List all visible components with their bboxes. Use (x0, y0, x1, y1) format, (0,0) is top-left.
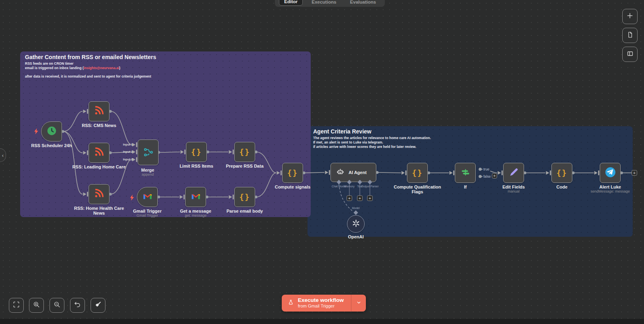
execute-options-dropdown-button[interactable] (351, 295, 366, 312)
rss-icon (94, 105, 104, 117)
group-desc-line: email is triggered on inbox landing (ins… (25, 66, 120, 70)
undo-button[interactable] (70, 298, 85, 313)
zoom-to-fit-button[interactable] (9, 298, 24, 313)
zoom-out-icon (53, 301, 61, 310)
node-openai-model[interactable] (347, 215, 365, 233)
undo-icon (74, 301, 81, 310)
node-label: Gmail Trigger (133, 209, 162, 213)
broom-icon (94, 301, 102, 310)
port-label: Output Parser (361, 185, 379, 188)
code-icon: {} (287, 168, 298, 177)
add-output-parser-button[interactable]: + (367, 195, 373, 201)
node-prepare-rss-data[interactable]: {} (234, 142, 255, 162)
group-desc-line: The agent reviews the articles for relev… (313, 136, 431, 140)
robot-icon (336, 167, 345, 178)
node-subtitle: append (142, 172, 154, 176)
zoom-in-icon (33, 301, 40, 310)
group-desc-line: if articles arrive with lower scores the… (313, 145, 416, 149)
node-compute-qualification-flags[interactable]: {} (407, 163, 428, 183)
node-label: RSS: Leading Home Care (72, 164, 126, 169)
group-title: Agent Criteria Review (313, 128, 372, 135)
node-subtitle: get: message (185, 213, 206, 217)
tidy-workflow-button[interactable] (91, 298, 105, 313)
node-rss-cms-news[interactable] (89, 101, 109, 121)
plus-icon: + (633, 171, 636, 175)
signpost-icon (460, 167, 471, 179)
clock-icon (46, 125, 57, 138)
node-ai-agent[interactable]: AI Agent (330, 163, 376, 182)
toggle-panel-button[interactable] (622, 47, 638, 62)
group-desc-line: after data is received, it is normalized… (25, 74, 151, 78)
node-label: RSS Scheduler 24h (31, 143, 72, 148)
rss-icon (94, 188, 104, 200)
node-subtitle: sendMessage: message (590, 189, 630, 193)
code-icon: {} (557, 168, 568, 177)
plus-icon: + (359, 196, 361, 201)
node-rss-home-health-news[interactable] (89, 184, 109, 204)
openai-icon (351, 219, 361, 230)
code-icon: {} (412, 168, 423, 177)
node-code[interactable]: {} (551, 163, 572, 183)
node-label: Get a message (180, 209, 211, 213)
node-parse-email-body[interactable]: {} (234, 187, 255, 207)
trigger-bolt-icon (34, 128, 39, 136)
node-rss-leading-home-care[interactable] (89, 143, 109, 163)
chevron-down-icon (356, 299, 362, 307)
port-label: Memory (344, 185, 354, 188)
pencil-icon (509, 167, 519, 179)
collapse-sidebar-tab[interactable]: ‹ (0, 148, 6, 162)
rss-icon (94, 147, 104, 159)
zoom-in-button[interactable] (29, 298, 44, 313)
node-label: RSS: CMS News (82, 123, 116, 128)
node-label: Limit RSS Items (180, 164, 213, 168)
node-compute-signals[interactable]: {} (282, 163, 303, 183)
tab-executions[interactable]: Executions (307, 0, 341, 6)
merge-icon (143, 146, 154, 159)
add-sticky-note-button[interactable] (622, 28, 638, 43)
plus-icon (626, 12, 634, 21)
node-label: If (464, 185, 467, 189)
group-desc-line: RSS feeds are on CRON timer (25, 62, 73, 66)
execute-workflow-sublabel: from Gmail Trigger (298, 303, 344, 309)
add-memory-button[interactable]: + (347, 195, 352, 201)
email-address: insights@neurvana.ai (84, 66, 119, 70)
node-label: OpenAI (348, 234, 363, 239)
add-node-after-alert-button[interactable]: + (632, 170, 637, 176)
node-label: AI Agent (349, 170, 367, 175)
node-subtitle: manual (508, 189, 520, 193)
workflow-canvas[interactable]: Agent Criteria Review The agent reviews … (0, 0, 644, 324)
node-merge[interactable] (138, 139, 159, 165)
group-desc-line: If met, an alert is sent to Luke via tel… (313, 140, 383, 144)
view-tabs: Editor Executions Evaluations (275, 0, 385, 7)
node-limit-rss-items[interactable]: {} (186, 142, 207, 162)
node-get-a-message[interactable] (185, 187, 206, 207)
node-alert-luke[interactable] (600, 163, 621, 183)
telegram-icon (605, 166, 616, 180)
gmail-icon (142, 191, 153, 203)
group-title: Gather Content from RSS or emailed Newsl… (25, 54, 156, 60)
plus-icon: + (369, 196, 371, 201)
tab-evaluations[interactable]: Evaluations (345, 0, 381, 6)
gmail-icon (190, 191, 201, 203)
node-if[interactable] (455, 163, 476, 183)
execute-workflow-split-button: Execute workflow from Gmail Trigger (282, 295, 366, 312)
node-label: Alert Luke (599, 185, 621, 189)
execute-workflow-button[interactable]: Execute workflow from Gmail Trigger (282, 295, 351, 312)
fit-view-icon (12, 301, 20, 310)
node-rss-scheduler[interactable] (41, 121, 62, 141)
note-icon (626, 31, 634, 40)
code-icon: {} (191, 148, 202, 156)
add-node-after-false-button[interactable]: + (492, 173, 497, 178)
add-tool-button[interactable]: + (357, 195, 363, 201)
node-edit-fields[interactable] (503, 163, 524, 183)
merge-input-label: Input 2 (108, 150, 133, 154)
merge-input-label: Input 3 (108, 158, 133, 161)
tab-editor[interactable]: Editor (279, 0, 303, 6)
zoom-out-button[interactable] (50, 298, 64, 313)
node-subtitle: Gmail Trigger (136, 213, 158, 217)
add-node-button[interactable] (622, 9, 638, 24)
group-gather-content[interactable]: Gather Content from RSS or emailed Newsl… (20, 51, 311, 217)
node-label: Edit Fields (502, 185, 525, 189)
chevron-left-icon: ‹ (2, 152, 4, 158)
node-gmail-trigger[interactable] (137, 187, 158, 207)
